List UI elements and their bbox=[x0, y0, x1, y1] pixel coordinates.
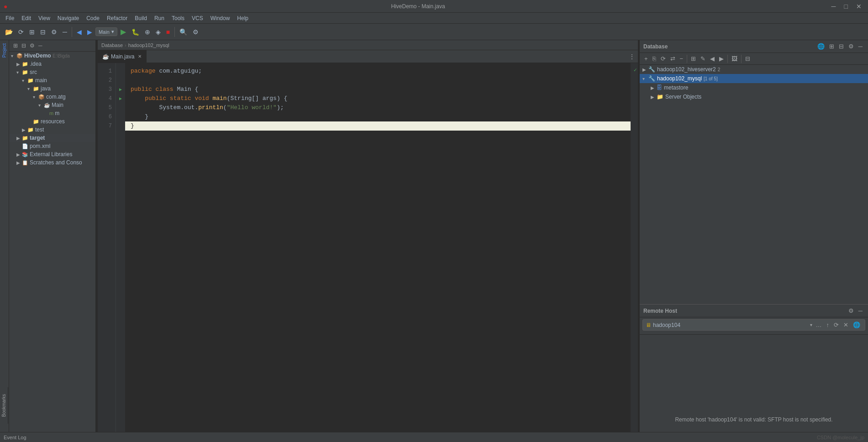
project-panel-buttons: ⊞ ⊟ ⚙ ─ bbox=[12, 42, 44, 49]
db-sync-button[interactable]: ⇄ bbox=[668, 54, 677, 63]
sync-button[interactable]: ⟳ bbox=[16, 27, 26, 37]
project-close-button[interactable]: ─ bbox=[37, 42, 44, 49]
stop-button[interactable]: ■ bbox=[164, 27, 172, 37]
editor-tab-mainjava[interactable]: ☕ Main.java ✕ bbox=[98, 50, 147, 63]
run-button[interactable]: ▶ bbox=[118, 26, 128, 37]
db-image-button[interactable]: 🖼 bbox=[730, 54, 739, 63]
coverage-button[interactable]: ⊕ bbox=[142, 27, 153, 37]
remote-host-panel: Remote Host ⚙ ─ 🖥 hadoop104 ▾ … ↑ bbox=[640, 304, 868, 432]
folder-test-icon: 📁 bbox=[27, 127, 34, 133]
tree-item-mainclass[interactable]: ▾ ☕ Main bbox=[9, 101, 95, 109]
remote-settings-button[interactable]: ⚙ bbox=[847, 306, 856, 315]
db-filter-button[interactable]: ⊟ bbox=[743, 54, 752, 63]
tree-item-scratches[interactable]: ▶ 📋 Scratches and Conso bbox=[9, 158, 95, 167]
menu-edit[interactable]: Edit bbox=[18, 14, 35, 22]
statusbar-right: CSDN @molecule_jp bbox=[817, 435, 864, 440]
db-minus-button[interactable]: − bbox=[678, 54, 685, 63]
menu-view[interactable]: View bbox=[35, 14, 54, 22]
tree-item-method-m[interactable]: m m bbox=[9, 109, 95, 117]
forward-button[interactable]: ▶ bbox=[85, 27, 95, 37]
tree-item-comatg[interactable]: ▾ 📦 com.atg bbox=[9, 93, 95, 101]
breadcrumb-database[interactable]: Database bbox=[101, 42, 123, 48]
close-button[interactable]: ✕ bbox=[853, 2, 864, 11]
run-config-selector[interactable]: Main ▾ bbox=[95, 27, 117, 36]
project-expand-button[interactable]: ⊞ bbox=[12, 42, 19, 49]
tree-item-java[interactable]: ▾ 📁 java bbox=[9, 84, 95, 93]
breadcrumb-mysql[interactable]: hadoop102_mysql bbox=[128, 42, 169, 48]
breadcrumb-sep: › bbox=[125, 42, 126, 48]
db-item-mysql[interactable]: ▾ 🔧 hadoop102_mysql [1 of 5] bbox=[640, 74, 868, 83]
menu-tools[interactable]: Tools bbox=[168, 14, 188, 22]
gutter-4[interactable]: ▶ bbox=[116, 94, 125, 103]
run-arrow-3[interactable]: ▶ bbox=[119, 87, 122, 92]
menu-help[interactable]: Help bbox=[233, 14, 252, 22]
tree-item-idea[interactable]: ▶ 📁 .idea bbox=[9, 60, 95, 68]
tree-arrow-test: ▶ bbox=[22, 127, 26, 132]
menu-run[interactable]: Run bbox=[151, 14, 168, 22]
menu-build[interactable]: Build bbox=[131, 14, 151, 22]
db-close-button[interactable]: ─ bbox=[857, 42, 864, 51]
remote-host-dropdown-icon[interactable]: ▾ bbox=[810, 322, 812, 327]
menu-navigate[interactable]: Navigate bbox=[54, 14, 83, 22]
db-collapse-button[interactable]: ⊟ bbox=[837, 42, 846, 51]
remote-sync2-button[interactable]: ⟳ bbox=[832, 321, 841, 329]
tab-label-mainjava: Main.java bbox=[111, 53, 134, 60]
menu-code[interactable]: Code bbox=[83, 14, 103, 22]
line-num-7: 7 bbox=[100, 121, 114, 131]
db-refresh-button[interactable]: ⟳ bbox=[659, 54, 668, 63]
code-content[interactable]: package com.atguigu; public class Main {… bbox=[125, 63, 631, 432]
db-item-metastore[interactable]: ▶ 🗄 metastore bbox=[640, 83, 868, 92]
db-left-button[interactable]: ◀ bbox=[708, 54, 716, 63]
tree-item-src[interactable]: ▾ 📁 src bbox=[9, 68, 95, 76]
open-file-button[interactable]: 📂 bbox=[3, 27, 15, 37]
db-add-button[interactable]: + bbox=[642, 54, 650, 63]
menu-window[interactable]: Window bbox=[207, 14, 234, 22]
tree-item-test[interactable]: ▶ 📁 test bbox=[9, 126, 95, 134]
statusbar-event-log[interactable]: Event Log bbox=[4, 435, 26, 440]
gutter-3[interactable]: ▶ bbox=[116, 85, 125, 94]
tree-label-test: test bbox=[35, 126, 44, 133]
tree-item-target[interactable]: ▶ 📁 target bbox=[9, 134, 95, 142]
db-copy-button[interactable]: ⎘ bbox=[651, 54, 658, 63]
profile-button[interactable]: ◈ bbox=[153, 27, 163, 37]
collapse-all-button[interactable]: ⊟ bbox=[38, 27, 48, 37]
project-gear-button[interactable]: ⚙ bbox=[28, 42, 36, 49]
settings-gear-button[interactable]: ⚙ bbox=[190, 27, 201, 37]
settings-button[interactable]: ⚙ bbox=[49, 27, 59, 37]
tree-item-hivedemo[interactable]: ▾ 📦 HiveDemo E:\Bigda bbox=[9, 52, 95, 60]
db-expand-button[interactable]: ⊞ bbox=[827, 42, 836, 51]
code-line-4: public static void main(String[] args) { bbox=[131, 94, 625, 103]
menu-refactor[interactable]: Refactor bbox=[103, 14, 131, 22]
db-settings-button[interactable]: ⚙ bbox=[847, 42, 856, 51]
editor-tabs-more[interactable]: ⋮ bbox=[626, 53, 638, 60]
menu-vcs[interactable]: VCS bbox=[188, 14, 207, 22]
db-item-server-objects[interactable]: ▶ 📁 Server Objects bbox=[640, 92, 868, 101]
back-button[interactable]: ◀ bbox=[74, 27, 84, 37]
tree-item-pomxml[interactable]: 📄 pom.xml bbox=[9, 142, 95, 150]
remote-globe-button[interactable]: 🌐 bbox=[851, 321, 862, 329]
menu-file[interactable]: File bbox=[2, 14, 18, 22]
expand-all-button[interactable]: ⊞ bbox=[27, 27, 37, 37]
db-globe-button[interactable]: 🌐 bbox=[815, 42, 826, 51]
remote-close-button[interactable]: ─ bbox=[857, 306, 864, 315]
project-settings-button[interactable]: ⊟ bbox=[20, 42, 27, 49]
bookmarks-sidebar[interactable]: Bookmarks bbox=[0, 387, 8, 424]
remote-disconnect-button[interactable]: ✕ bbox=[842, 321, 850, 329]
remote-up-button[interactable]: ↑ bbox=[825, 321, 831, 329]
db-table-button[interactable]: ⊞ bbox=[689, 54, 698, 63]
debug-button[interactable]: 🐛 bbox=[129, 27, 142, 37]
remote-more-button[interactable]: … bbox=[814, 321, 824, 329]
project-tab-icon[interactable]: Project bbox=[0, 42, 8, 59]
search-button[interactable]: 🔍 bbox=[177, 27, 189, 37]
maximize-button[interactable]: □ bbox=[842, 2, 851, 11]
pin-button[interactable]: ─ bbox=[60, 27, 69, 37]
tree-item-resources[interactable]: 📁 resources bbox=[9, 117, 95, 126]
db-item-hiveserver2[interactable]: ▶ 🔧 hadoop102_hiveserver2 2 bbox=[640, 65, 868, 74]
tab-close-button[interactable]: ✕ bbox=[138, 54, 142, 59]
run-arrow-4[interactable]: ▶ bbox=[119, 96, 122, 101]
tree-item-main[interactable]: ▾ 📁 main bbox=[9, 76, 95, 84]
db-right-button[interactable]: ▶ bbox=[717, 54, 726, 63]
tree-item-extlib[interactable]: ▶ 📚 External Libraries bbox=[9, 150, 95, 158]
db-edit-button[interactable]: ✎ bbox=[699, 54, 707, 63]
minimize-button[interactable]: ─ bbox=[829, 2, 839, 11]
